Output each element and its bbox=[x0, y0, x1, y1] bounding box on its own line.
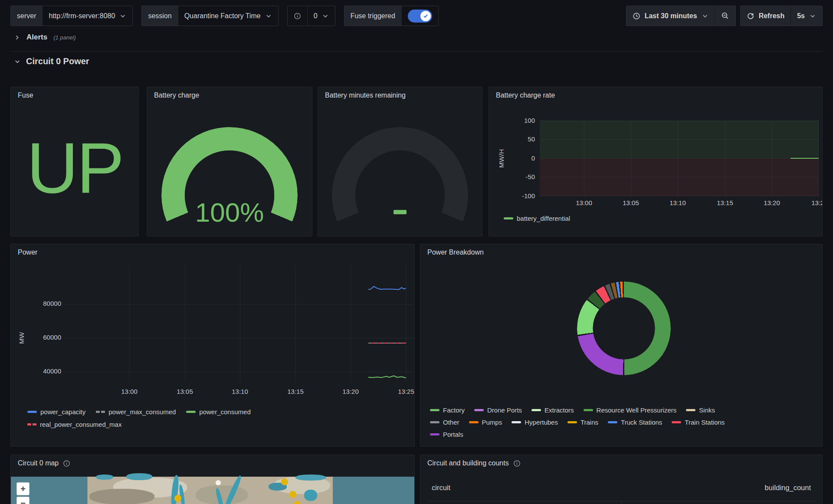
legend-label: Factory bbox=[443, 406, 465, 414]
legend-label: Pumps bbox=[482, 419, 502, 426]
legend-swatch bbox=[27, 411, 37, 413]
y-tick: 60000 bbox=[26, 334, 61, 341]
chevron-down-icon bbox=[265, 13, 272, 20]
power-breakdown-donut[interactable] bbox=[577, 281, 671, 375]
map-zoom-in-button[interactable]: + bbox=[16, 482, 30, 495]
legend-swatch bbox=[186, 411, 196, 413]
panel-title-text: Circuit 0 map bbox=[18, 459, 59, 467]
server-variable-value: http://frm-server:8080 bbox=[49, 12, 115, 20]
x-tick: 13:00 bbox=[567, 199, 601, 206]
y-tick: -100 bbox=[506, 192, 535, 200]
info-button[interactable] bbox=[288, 6, 307, 26]
panel-circuit-0-map-title[interactable]: Circuit 0 map bbox=[18, 459, 70, 467]
panel-fuse-title[interactable]: Fuse bbox=[18, 92, 33, 99]
y-tick: -50 bbox=[506, 173, 535, 180]
chevron-down-icon bbox=[702, 13, 708, 20]
legend-label: Resource Well Pressurizers bbox=[597, 406, 677, 414]
map-marker-yellow[interactable] bbox=[174, 495, 181, 502]
power-legend: power_capacity power_max_consumed power_… bbox=[27, 408, 251, 428]
battery-minutes-gauge bbox=[332, 127, 468, 236]
legend-item-pumps[interactable]: Pumps bbox=[469, 419, 502, 426]
panel-battery-charge-title[interactable]: Battery charge bbox=[154, 92, 199, 99]
panel-battery-charge-rate: Battery charge rate MW/H 100 50 0 -50 -1… bbox=[489, 87, 823, 236]
legend-label: power_max_consumed bbox=[108, 408, 176, 416]
battery-charge-rate-plot[interactable] bbox=[540, 121, 819, 196]
info-icon[interactable] bbox=[63, 460, 70, 467]
refresh-button[interactable]: Refresh bbox=[741, 6, 791, 26]
x-tick: 13:15 bbox=[708, 199, 742, 206]
legend-item-power-consumed[interactable]: power_consumed bbox=[186, 408, 250, 416]
power-series bbox=[66, 265, 413, 382]
map-marker-yellow[interactable] bbox=[289, 491, 296, 498]
legend-item-resource-well-pressurizers[interactable]: Resource Well Pressurizers bbox=[584, 406, 677, 414]
fuse-triggered-label: Fuse triggered bbox=[344, 6, 401, 26]
legend-swatch bbox=[474, 409, 484, 411]
legend-item-train-stations[interactable]: Train Stations bbox=[672, 419, 725, 426]
row-circuit-0-power[interactable]: Circuit 0 Power bbox=[14, 56, 89, 66]
panel-circuit-building-counts-title[interactable]: Circuit and building counts bbox=[427, 459, 521, 467]
legend-label: power_capacity bbox=[40, 408, 85, 416]
map-canvas[interactable]: + − bbox=[11, 477, 414, 504]
refresh-interval-select[interactable]: 5s bbox=[790, 6, 822, 26]
panel-power-breakdown-title[interactable]: Power Breakdown bbox=[427, 249, 484, 256]
map-zoom-out-button[interactable]: − bbox=[16, 497, 30, 504]
panel-circuit-0-map: Circuit 0 map + − bbox=[10, 455, 415, 504]
panel-power-title[interactable]: Power bbox=[18, 249, 37, 256]
time-range-picker[interactable]: Last 30 minutes bbox=[626, 6, 715, 26]
legend-item-truck-stations[interactable]: Truck Stations bbox=[608, 419, 662, 426]
legend-item-hypertubes[interactable]: Hypertubes bbox=[512, 419, 558, 426]
y-axis-label: MW/H bbox=[498, 149, 505, 168]
legend-item-trains[interactable]: Trains bbox=[567, 419, 598, 426]
legend-item-real-power-consumed-max[interactable]: real_power_consumed_max bbox=[27, 421, 121, 428]
panel-battery-charge-rate-title[interactable]: Battery charge rate bbox=[496, 92, 555, 99]
refresh-icon bbox=[747, 12, 754, 20]
table-column-building-count[interactable]: building_count bbox=[765, 484, 811, 492]
legend-item-other[interactable]: Other bbox=[430, 419, 459, 426]
y-tick: 50 bbox=[506, 135, 535, 143]
row-alerts[interactable]: Alerts (1 panel) bbox=[10, 32, 823, 52]
panel-fuse: Fuse UP bbox=[10, 87, 139, 236]
legend-item-factory[interactable]: Factory bbox=[430, 406, 465, 414]
toolbar-right: Last 30 minutes Refresh 5s bbox=[626, 6, 823, 26]
toggle-knob bbox=[420, 11, 431, 21]
server-variable-select[interactable]: http://frm-server:8080 bbox=[42, 6, 132, 26]
legend-item-extractors[interactable]: Extractors bbox=[531, 406, 574, 414]
x-tick: 13:00 bbox=[112, 388, 147, 395]
panel-battery-minutes-title[interactable]: Battery minutes remaining bbox=[325, 92, 406, 99]
legend-item-sinks[interactable]: Sinks bbox=[686, 406, 715, 414]
zoom-out-time-button[interactable] bbox=[715, 6, 735, 26]
row-alerts-inner: Alerts (1 panel) bbox=[14, 32, 76, 46]
fuse-triggered-toggle[interactable] bbox=[408, 10, 432, 23]
table-column-circuit[interactable]: circuit bbox=[432, 484, 450, 492]
panel-title-text: Power bbox=[18, 249, 37, 256]
legend-item-portals[interactable]: Portals bbox=[430, 431, 463, 438]
alert-count-select[interactable]: 0 bbox=[307, 6, 335, 26]
x-tick: 13:20 bbox=[333, 388, 368, 395]
legend-item-battery-differential[interactable]: battery_differential bbox=[504, 215, 570, 222]
x-tick: 13:20 bbox=[754, 199, 789, 206]
x-tick: 13:10 bbox=[660, 199, 695, 206]
info-icon[interactable] bbox=[513, 460, 521, 467]
x-tick: 13:05 bbox=[613, 199, 648, 206]
session-variable-select[interactable]: Quarantine Factory Time bbox=[178, 6, 278, 26]
map-marker-yellow[interactable] bbox=[281, 478, 288, 485]
x-tick: 13:10 bbox=[223, 388, 257, 395]
panel-title-text: Circuit and building counts bbox=[427, 459, 509, 467]
legend-label: Sinks bbox=[699, 406, 715, 414]
power-plot[interactable] bbox=[66, 265, 413, 382]
clock-icon bbox=[633, 12, 640, 20]
legend-swatch-dashed bbox=[96, 411, 105, 413]
map-marker-white bbox=[216, 480, 221, 485]
legend-label: Other bbox=[443, 419, 459, 426]
panel-power: Power MW 80000 60000 40000 13:00 13:05 1… bbox=[10, 244, 415, 447]
legend-label: power_consumed bbox=[199, 408, 250, 416]
session-variable-label: session bbox=[142, 6, 177, 26]
legend-item-drone-ports[interactable]: Drone Ports bbox=[474, 406, 522, 414]
panel-circuit-building-counts: Circuit and building counts circuit buil… bbox=[420, 455, 823, 504]
legend-swatch bbox=[512, 421, 521, 423]
legend-swatch bbox=[567, 421, 577, 423]
legend-row: Other Pumps Hypertubes Trains Truck Stat… bbox=[430, 419, 725, 426]
chevron-down-icon bbox=[322, 13, 329, 20]
legend-item-power-capacity[interactable]: power_capacity bbox=[27, 408, 85, 416]
legend-item-power-max-consumed[interactable]: power_max_consumed bbox=[96, 408, 176, 416]
